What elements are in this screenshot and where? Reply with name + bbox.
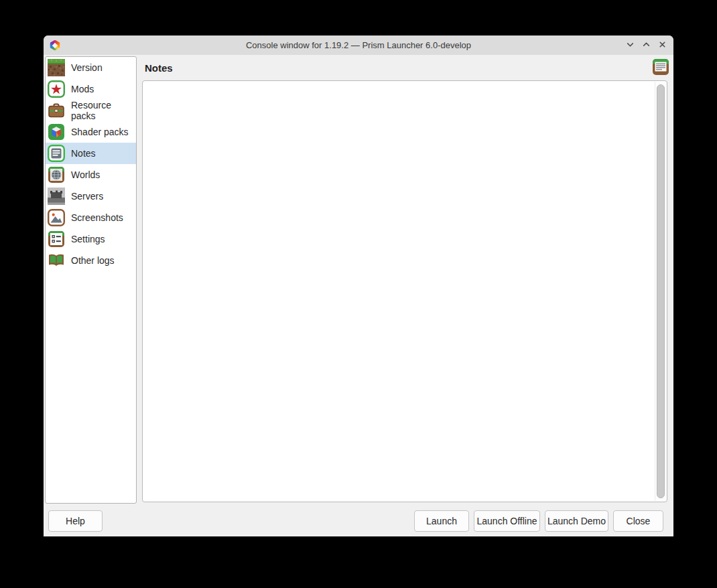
notes-scrollbar-thumb[interactable] <box>657 84 665 498</box>
sidebar-item-other-logs[interactable]: Other logs <box>46 250 136 271</box>
chevron-up-icon <box>642 40 651 51</box>
sidebar-item-screenshots[interactable]: Screenshots <box>46 207 136 228</box>
grass-block-icon <box>48 59 65 76</box>
sidebar-item-resource-packs[interactable]: Resource packs <box>46 100 136 121</box>
checklist-icon <box>48 230 65 248</box>
launch-offline-button[interactable]: Launch Offline <box>474 510 540 532</box>
close-icon <box>658 40 667 51</box>
sidebar-item-shader-packs[interactable]: Shader packs <box>46 121 136 143</box>
window-controls <box>624 40 673 52</box>
prism-launcher-logo-icon <box>50 40 60 51</box>
sidebar-item-notes[interactable]: Notes <box>46 143 136 164</box>
sidebar-list: Version Mods Resource packs Shader packs… <box>45 56 137 504</box>
chevron-down-icon <box>626 40 635 51</box>
notes-scrollbar[interactable] <box>655 82 666 501</box>
server-photo-icon <box>48 188 65 205</box>
briefcase-icon <box>48 102 65 119</box>
star-icon <box>48 80 65 98</box>
cube-icon <box>48 123 65 141</box>
notepad-icon <box>652 68 669 78</box>
window-title: Console window for 1.19.2 — Prism Launch… <box>44 40 673 50</box>
sidebar-item-worlds[interactable]: Worlds <box>46 164 136 186</box>
help-button[interactable]: Help <box>48 510 103 532</box>
globe-icon <box>48 166 65 183</box>
minimize-button[interactable] <box>624 40 636 52</box>
launch-demo-button[interactable]: Launch Demo <box>545 510 608 532</box>
notes-textarea[interactable] <box>143 81 667 502</box>
sidebar-item-settings[interactable]: Settings <box>46 228 136 250</box>
app-window: Console window for 1.19.2 — Prism Launch… <box>44 35 673 536</box>
open-book-icon <box>48 252 65 269</box>
close-button[interactable]: Close <box>613 510 663 532</box>
notes-page-icon-button[interactable] <box>652 58 669 76</box>
close-window-button[interactable] <box>656 40 668 52</box>
sidebar-item-servers[interactable]: Servers <box>46 186 136 207</box>
page-title: Notes <box>145 62 173 74</box>
sidebar-item-mods[interactable]: Mods <box>46 78 136 100</box>
notes-editor <box>142 80 667 502</box>
sidebar-item-version[interactable]: Version <box>46 57 136 78</box>
launch-button[interactable]: Launch <box>414 510 469 532</box>
titlebar[interactable]: Console window for 1.19.2 — Prism Launch… <box>44 35 673 55</box>
maximize-button[interactable] <box>640 40 652 52</box>
note-icon <box>48 145 65 162</box>
image-icon <box>48 209 65 226</box>
